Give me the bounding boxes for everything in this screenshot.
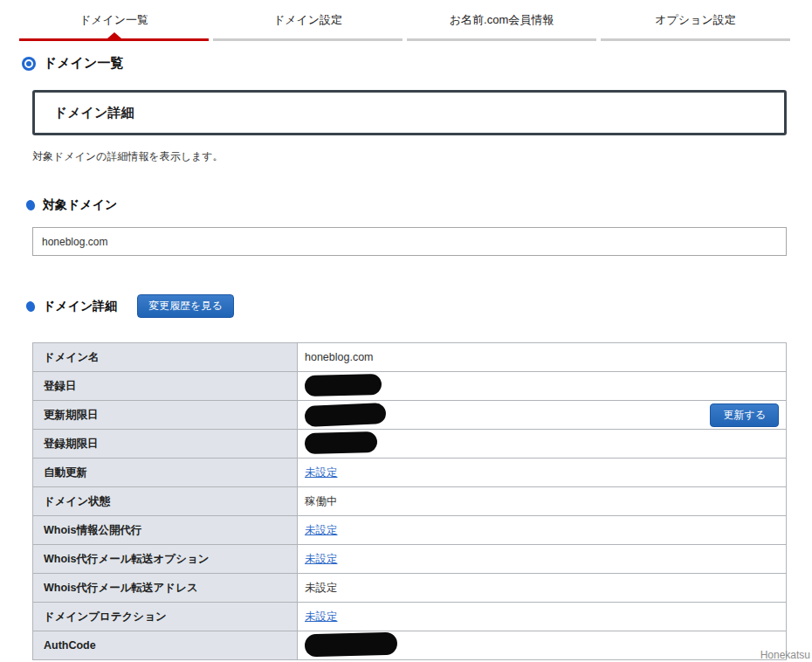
view-change-history-button[interactable]: 変更履歴を見る	[137, 294, 234, 318]
watermark: Honekatsu	[760, 649, 810, 661]
tab-label: ドメイン一覧	[79, 13, 148, 26]
renew-button[interactable]: 更新する	[710, 403, 779, 427]
active-tab-arrow-icon	[107, 32, 121, 38]
blue-bullet-icon	[25, 300, 37, 312]
tab-underline	[213, 38, 403, 41]
table-row: Whois情報公開代行 未設定	[33, 516, 787, 545]
page-description: 対象ドメインの詳細情報を表示します。	[32, 149, 812, 164]
table-row: AuthCode	[33, 631, 787, 660]
row-label: 登録期限日	[33, 430, 298, 459]
table-row: Whois代行メール転送アドレス 未設定	[33, 574, 787, 603]
redacted-value	[305, 431, 378, 453]
target-domain-section-header: 対象ドメイン	[26, 197, 812, 213]
domain-name-value: honeblog.com	[305, 351, 374, 363]
row-label: Whois代行メール転送オプション	[33, 545, 298, 574]
row-label: ドメイン状態	[33, 487, 298, 516]
redacted-value	[305, 631, 398, 657]
table-row: ドメイン名 honeblog.com	[33, 343, 787, 372]
tab-underline	[601, 38, 790, 41]
whois-mail-forward-option-not-set-link[interactable]: 未設定	[305, 553, 338, 565]
tab-domain-list[interactable]: ドメイン一覧	[19, 4, 209, 41]
page-title: ドメイン一覧	[44, 55, 123, 72]
row-label: 登録日	[33, 372, 298, 401]
table-row: 登録期限日	[33, 430, 787, 459]
target-domain-input[interactable]	[32, 227, 787, 256]
row-label: Whois情報公開代行	[33, 516, 298, 545]
row-label: ドメイン名	[33, 343, 298, 372]
tab-option-settings[interactable]: オプション設定	[601, 4, 790, 41]
tab-label: ドメイン設定	[273, 13, 342, 26]
redacted-value	[305, 403, 387, 427]
row-label: AuthCode	[33, 631, 298, 660]
whois-mail-forward-address-value: 未設定	[305, 582, 338, 594]
row-label: Whois代行メール転送アドレス	[33, 574, 298, 603]
tab-domain-settings[interactable]: ドメイン設定	[213, 4, 403, 41]
domain-detail-section-header: ドメイン詳細 変更履歴を見る	[26, 294, 812, 318]
domain-protection-not-set-link[interactable]: 未設定	[305, 610, 338, 623]
target-domain-heading: 対象ドメイン	[43, 197, 117, 213]
table-row: 登録日	[33, 372, 787, 401]
top-tab-bar: ドメイン一覧 ドメイン設定 お名前.com会員情報 オプション設定	[0, 4, 812, 41]
tab-member-info[interactable]: お名前.com会員情報	[407, 4, 596, 41]
domain-detail-table: ドメイン名 honeblog.com 登録日 更新期限日 更新する 登録期限日 …	[32, 342, 787, 660]
radio-bullet-icon	[22, 57, 36, 71]
domain-status-value: 稼働中	[305, 495, 338, 507]
detail-title: ドメイン詳細	[54, 105, 134, 120]
table-row: ドメイン状態 稼働中	[33, 487, 787, 516]
domain-detail-heading: ドメイン詳細	[43, 299, 117, 314]
redacted-value	[305, 373, 382, 396]
tab-label: お名前.com会員情報	[450, 13, 554, 26]
whois-privacy-not-set-link[interactable]: 未設定	[305, 524, 338, 536]
table-row: ドメインプロテクション 未設定	[33, 603, 787, 631]
table-row: 自動更新 未設定	[33, 459, 787, 487]
page-heading: ドメイン一覧	[22, 55, 812, 72]
table-row: 更新期限日 更新する	[33, 401, 787, 430]
tab-underline	[19, 38, 209, 41]
tab-label: オプション設定	[655, 13, 736, 26]
detail-title-box: ドメイン詳細	[32, 90, 787, 135]
row-label: 更新期限日	[33, 401, 298, 430]
tab-underline	[407, 38, 596, 41]
table-row: Whois代行メール転送オプション 未設定	[33, 545, 787, 574]
auto-renew-not-set-link[interactable]: 未設定	[305, 466, 338, 479]
row-label: 自動更新	[33, 459, 298, 487]
row-label: ドメインプロテクション	[33, 603, 298, 631]
blue-bullet-icon	[25, 199, 37, 211]
